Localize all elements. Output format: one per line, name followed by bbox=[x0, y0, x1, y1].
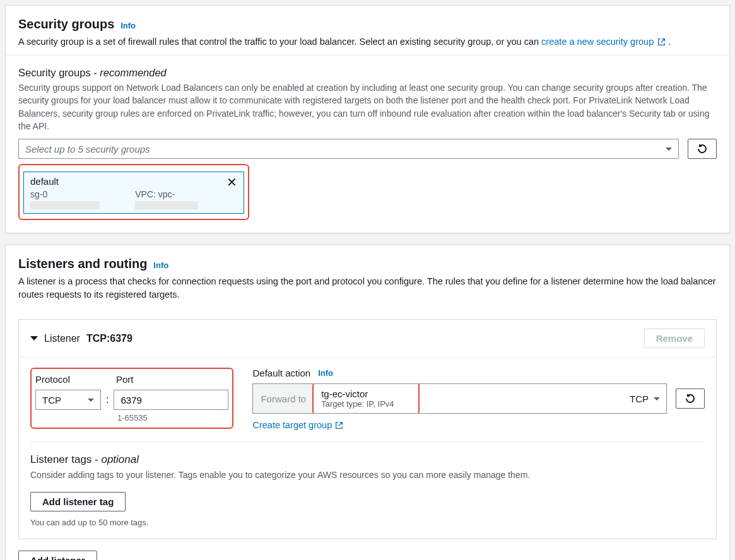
protocol-label: Protocol bbox=[35, 374, 101, 385]
external-link-icon bbox=[657, 38, 666, 46]
default-action-label: Default action bbox=[252, 368, 310, 378]
protocol-select-value: TCP bbox=[42, 395, 61, 405]
collapse-listener-toggle[interactable] bbox=[30, 336, 38, 341]
listener-label: Listener bbox=[44, 333, 80, 344]
remove-selected-sg-button[interactable]: ✕ bbox=[226, 176, 237, 189]
port-label: Port bbox=[116, 374, 134, 385]
security-groups-title: Security groups bbox=[18, 17, 114, 31]
listeners-info-link[interactable]: Info bbox=[153, 260, 168, 270]
listener-tags-desc: Consider adding tags to your listener. T… bbox=[30, 469, 705, 481]
target-group-protocol: TCP bbox=[630, 394, 649, 404]
create-security-group-link-text: create a new security group bbox=[541, 37, 654, 47]
external-link-icon bbox=[335, 421, 343, 429]
listener-card-body: Protocol Port TCP : bbox=[19, 358, 716, 538]
sg-subheading-italic: recommended bbox=[100, 67, 166, 78]
listeners-body: Listener TCP:6379 Remove Protocol Port bbox=[6, 308, 729, 560]
default-action-section: Default action Info Forward to tg-ec-vic… bbox=[252, 368, 705, 430]
add-listener-button[interactable]: Add listener bbox=[18, 551, 97, 560]
divider bbox=[30, 441, 705, 442]
refresh-security-groups-button[interactable] bbox=[688, 139, 717, 159]
listener-config-row: Protocol Port TCP : bbox=[30, 368, 705, 430]
redacted-vpc-id bbox=[135, 201, 198, 209]
refresh-icon bbox=[697, 144, 707, 154]
sg-chip-subline: sg-0 VPC: vpc- bbox=[30, 189, 237, 209]
security-groups-intro-text: A security group is a set of firewall ru… bbox=[18, 37, 541, 47]
listener-tags-title: Listener tags - optional bbox=[30, 453, 705, 466]
port-input[interactable] bbox=[114, 390, 228, 410]
target-group-name: tg-ec-victor bbox=[321, 388, 411, 399]
forward-to-select[interactable]: Forward to tg-ec-victor Target type: IP,… bbox=[252, 383, 667, 414]
forward-right: TCP bbox=[630, 384, 666, 413]
listeners-header: Listeners and routing Info A listener is… bbox=[6, 245, 729, 308]
listeners-intro: A listener is a process that checks for … bbox=[18, 275, 717, 301]
sg-chip-vpc-id: VPC: vpc- bbox=[135, 189, 237, 209]
sg-intro-period: . bbox=[668, 37, 671, 47]
create-target-group-link[interactable]: Create target group bbox=[252, 420, 343, 430]
listener-card-header: Listener TCP:6379 Remove bbox=[19, 320, 716, 358]
target-group-highlight: tg-ec-victor Target type: IP, IPv4 bbox=[312, 383, 420, 414]
security-groups-header: Security groups Info A security group is… bbox=[6, 6, 729, 55]
refresh-icon bbox=[685, 394, 695, 404]
sg-subheading-text: Security groups - bbox=[18, 67, 100, 78]
create-target-group-text: Create target group bbox=[252, 420, 332, 430]
selected-sg-highlight: default ✕ sg-0 VPC: vpc- bbox=[18, 164, 249, 220]
listeners-panel: Listeners and routing Info A listener is… bbox=[5, 245, 730, 560]
sg-description: Security groups support on Network Load … bbox=[18, 81, 717, 132]
sg-select-placeholder: Select up to 5 security groups bbox=[25, 144, 150, 155]
sg-select-row: Select up to 5 security groups bbox=[18, 139, 717, 159]
protocol-port-highlight: Protocol Port TCP : bbox=[30, 368, 233, 429]
sg-chip-name: default bbox=[30, 176, 237, 187]
port-hint: 1-65535 bbox=[117, 413, 228, 423]
redacted-sg-id bbox=[30, 201, 100, 209]
security-groups-panel: Security groups Info A security group is… bbox=[5, 5, 730, 233]
colon-separator: : bbox=[106, 394, 109, 405]
listener-card: Listener TCP:6379 Remove Protocol Port bbox=[18, 319, 717, 539]
security-groups-select[interactable]: Select up to 5 security groups bbox=[18, 139, 679, 159]
protocol-port-inputs: TCP : bbox=[35, 390, 228, 410]
selected-security-group-chip: default ✕ sg-0 VPC: vpc- bbox=[23, 172, 244, 214]
default-action-info-link[interactable]: Info bbox=[318, 368, 333, 378]
sg-chip-sg-id: sg-0 bbox=[30, 189, 116, 209]
refresh-target-groups-button[interactable] bbox=[676, 388, 705, 409]
listener-head-left: Listener TCP:6379 bbox=[30, 333, 132, 344]
add-listener-tag-button[interactable]: Add listener tag bbox=[30, 492, 126, 511]
default-action-row: Forward to tg-ec-victor Target type: IP,… bbox=[252, 383, 705, 414]
security-groups-info-link[interactable]: Info bbox=[121, 21, 136, 30]
sg-subheading: Security groups - recommended bbox=[18, 67, 717, 79]
create-security-group-link[interactable]: create a new security group bbox=[541, 37, 668, 47]
remove-listener-button[interactable]: Remove bbox=[644, 329, 705, 348]
target-group-subtext: Target type: IP, IPv4 bbox=[321, 399, 411, 409]
listener-value: TCP:6379 bbox=[86, 333, 132, 344]
security-groups-body: Security groups - recommended Security g… bbox=[6, 55, 729, 233]
listener-tags-italic: optional bbox=[101, 453, 139, 465]
forward-to-label: Forward to bbox=[253, 384, 314, 413]
chevron-down-icon bbox=[88, 399, 94, 402]
chevron-down-icon bbox=[654, 397, 660, 400]
chevron-down-icon bbox=[666, 148, 672, 151]
listeners-title: Listeners and routing bbox=[18, 257, 147, 271]
protocol-select[interactable]: TCP bbox=[35, 390, 101, 410]
listener-tag-note: You can add up to 50 more tags. bbox=[30, 518, 705, 527]
security-groups-intro: A security group is a set of firewall ru… bbox=[18, 35, 717, 49]
default-action-label-row: Default action Info bbox=[252, 368, 705, 378]
